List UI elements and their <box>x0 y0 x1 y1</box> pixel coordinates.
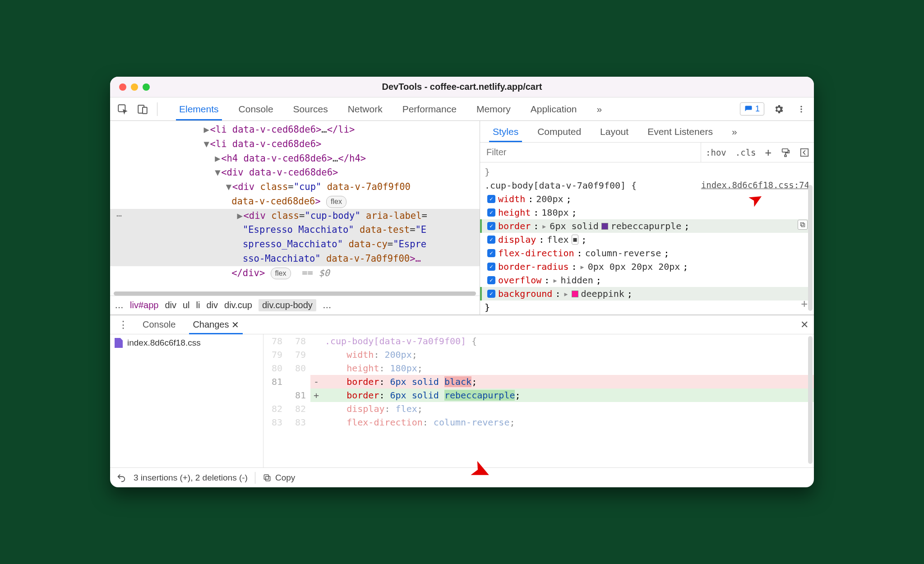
property-checkbox[interactable]: ✓ <box>487 290 495 298</box>
changed-file[interactable]: index.8d6c6f18.css <box>115 338 259 348</box>
horizontal-scrollbar[interactable] <box>114 291 476 296</box>
css-property-row[interactable]: ✓ display: flex ▦; <box>485 233 809 246</box>
diff-line: 81+ border: 6px solid rebeccapurple; <box>263 388 814 402</box>
window-title: DevTools - coffee-cart.netlify.app/cart <box>110 82 814 92</box>
close-tab-icon[interactable]: ✕ <box>231 319 239 330</box>
elements-pane: ▶<li data-v-ced68de6>…</li> ▼<li data-v-… <box>110 121 480 314</box>
tab-application[interactable]: Application <box>521 97 587 120</box>
settings-gear-icon[interactable] <box>771 101 787 117</box>
svg-rect-10 <box>800 222 804 226</box>
svg-rect-2 <box>143 107 147 113</box>
rule-close-brace: } <box>485 300 809 314</box>
divider <box>157 102 157 116</box>
property-checkbox[interactable]: ✓ <box>487 195 495 203</box>
devtools-window: DevTools - coffee-cart.netlify.app/cart … <box>110 77 814 487</box>
diff-line: 7878.cup-body[data-v-7a0f9f00] { <box>263 334 814 348</box>
tab-sources[interactable]: Sources <box>283 97 338 120</box>
tabs-overflow-icon[interactable]: » <box>587 97 612 120</box>
computed-toggle-icon[interactable] <box>795 148 814 157</box>
css-property-row[interactable]: ✓ overflow: ▸ hidden; <box>485 273 809 287</box>
svg-rect-7 <box>785 155 786 157</box>
inspect-icon[interactable] <box>115 101 131 117</box>
tab-console[interactable]: Console <box>229 97 283 120</box>
property-checkbox[interactable]: ✓ <box>487 249 495 257</box>
panel-tabs: Elements Console Sources Network Perform… <box>169 97 612 120</box>
flex-badge[interactable]: flex <box>326 196 346 208</box>
drawer-menu-icon[interactable]: ⋮ <box>114 319 133 331</box>
tab-network[interactable]: Network <box>338 97 393 120</box>
subtabs-overflow-icon[interactable]: » <box>724 121 745 142</box>
issues-count: 1 <box>755 104 760 114</box>
vertical-scrollbar[interactable] <box>808 185 813 311</box>
new-rule-icon[interactable]: + <box>761 146 776 159</box>
svg-rect-9 <box>802 224 805 227</box>
property-checkbox[interactable]: ✓ <box>487 236 495 244</box>
main-toolbar: Elements Console Sources Network Perform… <box>110 97 814 121</box>
kebab-menu-icon[interactable] <box>793 101 809 117</box>
styles-pane: Styles Computed Layout Event Listeners »… <box>480 121 814 314</box>
svg-point-4 <box>800 108 802 110</box>
css-property-row[interactable]: ✓ background: ▸ deeppink; <box>480 287 809 300</box>
changes-summary: 3 insertions (+), 2 deletions (-) <box>134 473 248 483</box>
svg-point-5 <box>800 111 802 112</box>
styles-rules[interactable]: } .cup-body[data-v-7a0f9f00] { index.8d6… <box>480 162 814 314</box>
diff-line: 81- border: 6px solid black; <box>263 375 814 388</box>
drawer-tab-changes[interactable]: Changes✕ <box>185 315 246 334</box>
property-checkbox[interactable]: ✓ <box>487 276 495 284</box>
svg-rect-12 <box>264 475 268 479</box>
changes-file-list: index.8d6c6f18.css <box>110 334 263 467</box>
close-drawer-icon[interactable]: ✕ <box>800 319 808 331</box>
selected-element[interactable]: ⋯ ▶<div class="cup-body" aria-label= "Es… <box>110 209 480 266</box>
subtab-computed[interactable]: Computed <box>529 121 589 142</box>
css-selector[interactable]: .cup-body[data-v-7a0f9f00] { index.8d6c6… <box>485 179 809 192</box>
property-checkbox[interactable]: ✓ <box>487 208 495 217</box>
property-checkbox[interactable]: ✓ <box>487 263 495 271</box>
cls-toggle[interactable]: .cls <box>731 148 761 157</box>
property-checkbox[interactable]: ✓ <box>487 222 495 230</box>
svg-rect-6 <box>782 148 788 152</box>
diff-line: 8080 height: 180px; <box>263 361 814 375</box>
drawer-tab-console[interactable]: Console <box>135 315 183 334</box>
styles-filter-input[interactable] <box>480 143 701 162</box>
copy-icon[interactable]: Copy <box>263 473 295 483</box>
diff-line: 7979 width: 200px; <box>263 348 814 361</box>
revert-icon[interactable] <box>116 473 126 483</box>
changes-footer: 3 insertions (+), 2 deletions (-) Copy ➤ <box>110 467 814 487</box>
diff-line: 8282 display: flex; <box>263 402 814 416</box>
css-file-icon <box>115 338 123 348</box>
vertical-scrollbar[interactable] <box>808 336 813 464</box>
dom-tree[interactable]: ▶<li data-v-ced68de6>…</li> ▼<li data-v-… <box>110 121 480 291</box>
subtab-layout[interactable]: Layout <box>592 121 637 142</box>
svg-point-3 <box>800 106 802 107</box>
tab-performance[interactable]: Performance <box>393 97 467 120</box>
svg-rect-8 <box>801 148 808 156</box>
tab-elements[interactable]: Elements <box>169 97 229 120</box>
subtab-styles[interactable]: Styles <box>485 121 527 142</box>
svg-rect-11 <box>266 476 270 481</box>
css-property-row[interactable]: ✓ border-radius: ▸ 0px 0px 20px 20px; <box>485 260 809 273</box>
breadcrumbs[interactable]: … liv#app div ul li div div.cup div.cup-… <box>110 296 480 314</box>
tab-memory[interactable]: Memory <box>467 97 521 120</box>
titlebar: DevTools - coffee-cart.netlify.app/cart <box>110 77 814 97</box>
subtab-event-listeners[interactable]: Event Listeners <box>639 121 721 142</box>
hov-toggle[interactable]: :hov <box>701 148 731 157</box>
paint-icon[interactable] <box>776 148 795 157</box>
device-toggle-icon[interactable] <box>134 101 151 117</box>
drawer: ⋮ Console Changes✕ ✕ index.8d6c6f18.css … <box>110 315 814 487</box>
css-property-row[interactable]: ✓ flex-direction: column-reverse; <box>485 246 809 260</box>
add-property-icon[interactable]: + <box>801 296 808 312</box>
copy-declaration-icon[interactable] <box>798 220 808 230</box>
diff-line: 8383 flex-direction: column-reverse; <box>263 416 814 429</box>
flex-badge[interactable]: flex <box>271 268 291 280</box>
css-property-row[interactable]: ✓ border: ▸ 6px solid rebeccapurple; <box>480 219 809 233</box>
diff-view[interactable]: 7878.cup-body[data-v-7a0f9f00] {7979 wid… <box>263 334 814 467</box>
rule-close-brace-top: } <box>485 165 809 179</box>
issues-button[interactable]: 1 <box>740 102 764 116</box>
